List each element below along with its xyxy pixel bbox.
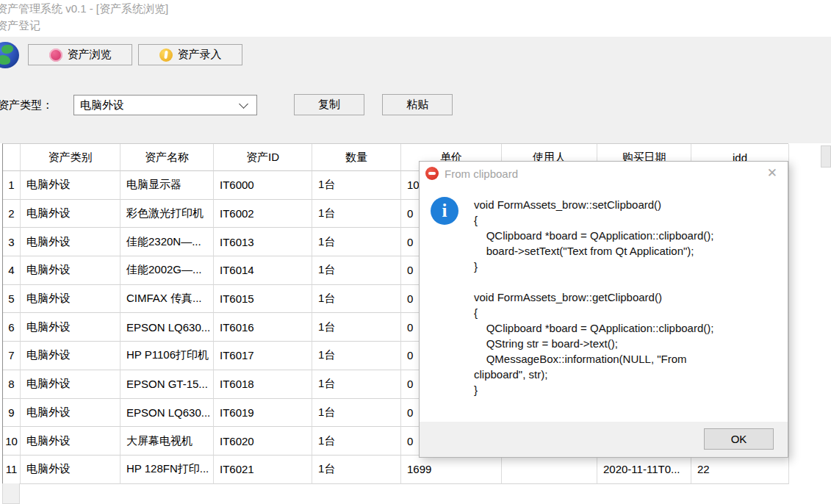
info-icon: i (431, 197, 458, 225)
table-cell[interactable]: 电脑外设 (21, 427, 120, 456)
table-cell[interactable]: IT6021 (214, 456, 312, 484)
table-cell[interactable]: 大屏幕电视机 (120, 427, 214, 456)
row-number[interactable]: 5 (3, 285, 21, 314)
corner-header[interactable] (3, 144, 21, 171)
table-cell[interactable]: 彩色激光打印机 (120, 200, 214, 228)
table-cell[interactable]: 1台 (312, 456, 401, 484)
table-cell[interactable]: IT6017 (214, 342, 312, 370)
table-cell[interactable]: 1台 (312, 200, 401, 228)
table-cell[interactable]: 电脑外设 (21, 285, 120, 314)
table-cell[interactable]: IT6016 (214, 313, 312, 342)
table-cell[interactable]: 1台 (312, 171, 401, 200)
window-title: 资产管理系统 v0.1 - [资产系统浏览] (0, 2, 168, 16)
chevron-down-icon (239, 99, 248, 109)
table-cell[interactable]: 电脑外设 (21, 370, 120, 399)
column-header[interactable]: 资产名称 (120, 144, 214, 171)
asset-entry-icon (159, 48, 173, 62)
table-cell[interactable]: 电脑外设 (21, 256, 120, 285)
table-cell[interactable]: EPSON LQ630... (120, 313, 214, 342)
table-cell[interactable]: 电脑外设 (21, 313, 120, 342)
asset-entry-button[interactable]: 资产录入 (138, 44, 242, 65)
table-cell[interactable]: 1台 (312, 399, 401, 428)
table-cell[interactable]: 电脑外设 (21, 456, 120, 484)
row-number[interactable]: 4 (3, 256, 21, 285)
column-header[interactable]: 资产类别 (21, 144, 120, 171)
asset-type-select[interactable]: 电脑外设 (73, 95, 257, 115)
table-cell[interactable]: 电脑外设 (21, 171, 120, 200)
dialog-app-icon (425, 167, 439, 180)
asset-browse-icon (49, 48, 62, 62)
table-cell[interactable]: 佳能2320N—... (120, 228, 214, 256)
asset-management-window: 资产管理系统 v0.1 - [资产系统浏览] 资产登记 资产浏览 资产录入 资产… (0, 0, 831, 504)
table-cell[interactable]: 1台 (312, 313, 401, 342)
table-scrollbar[interactable] (821, 145, 831, 168)
table-cell[interactable]: IT6020 (214, 427, 312, 456)
table-cell[interactable]: IT6014 (214, 256, 312, 285)
table-cell[interactable]: 电脑外设 (21, 200, 120, 228)
row-number[interactable]: 8 (3, 370, 21, 399)
table-cell[interactable]: 电脑外设 (21, 342, 120, 370)
asset-browse-label: 资产浏览 (68, 48, 112, 62)
table-cell[interactable]: EPSON LQ630... (120, 399, 214, 428)
table-cell[interactable]: HP P1106打印机 (120, 342, 214, 370)
dialog-titlebar[interactable]: From clipboard ✕ (420, 162, 788, 185)
row-number[interactable]: 11 (3, 456, 21, 484)
row-header-stub (2, 483, 20, 504)
table-cell[interactable]: 电脑外设 (21, 228, 120, 256)
dialog-code: void FormAssets_brow::setClipboard() { Q… (474, 197, 783, 397)
dialog-button-strip: OK (420, 422, 788, 457)
table-cell[interactable]: CIMFAX 传真... (120, 285, 214, 314)
copy-button[interactable]: 复制 (294, 94, 364, 115)
table-cell[interactable]: IT6018 (214, 370, 312, 399)
column-header[interactable]: 数量 (312, 144, 401, 171)
table-cell[interactable]: 佳能2002G—... (120, 256, 214, 285)
table-cell[interactable]: 1台 (312, 370, 401, 399)
table-cell[interactable]: IT6013 (214, 228, 312, 256)
window-subtitle: 资产登记 (0, 19, 40, 33)
table-cell[interactable]: 1台 (312, 427, 401, 456)
table-cell[interactable]: HP 128FN打印... (120, 456, 214, 484)
column-header[interactable]: 资产ID (214, 144, 312, 171)
table-cell[interactable]: 22 (691, 456, 789, 484)
table-cell[interactable]: 电脑外设 (21, 399, 120, 428)
row-number[interactable]: 7 (3, 342, 21, 370)
asset-type-label: 资产类型： (0, 98, 53, 112)
table-cell[interactable]: IT6015 (214, 285, 312, 314)
close-icon[interactable]: ✕ (767, 166, 777, 181)
table-cell[interactable]: IT6000 (214, 171, 312, 200)
table-cell[interactable]: 1台 (312, 342, 401, 370)
table-cell[interactable]: IT6019 (214, 399, 312, 428)
table-cell[interactable]: 1台 (312, 228, 401, 256)
table-cell[interactable]: 电脑显示器 (120, 171, 214, 200)
row-number[interactable]: 1 (3, 171, 21, 200)
paste-button[interactable]: 粘贴 (382, 94, 453, 115)
ok-button[interactable]: OK (704, 428, 774, 450)
from-clipboard-dialog: From clipboard ✕ i void FormAssets_brow:… (419, 161, 788, 458)
row-number[interactable]: 2 (3, 200, 21, 228)
table-cell[interactable]: EPSON GT-15... (120, 370, 214, 399)
dialog-title: From clipboard (445, 168, 518, 180)
table-cell[interactable] (502, 456, 597, 484)
row-number[interactable]: 6 (3, 313, 21, 342)
table-cell[interactable]: 1699 (401, 456, 502, 484)
row-number[interactable]: 10 (3, 427, 21, 456)
asset-entry-label: 资产录入 (178, 48, 222, 62)
table-cell[interactable]: 1台 (312, 285, 401, 314)
asset-type-selected-value: 电脑外设 (74, 98, 240, 112)
table-cell[interactable]: 2020-11-11T0... (597, 456, 691, 484)
table-cell[interactable]: IT6002 (214, 200, 312, 228)
table-cell[interactable]: 1台 (312, 256, 401, 285)
asset-browse-button[interactable]: 资产浏览 (28, 44, 132, 65)
row-number[interactable]: 3 (3, 228, 21, 256)
row-number[interactable]: 9 (3, 399, 21, 428)
